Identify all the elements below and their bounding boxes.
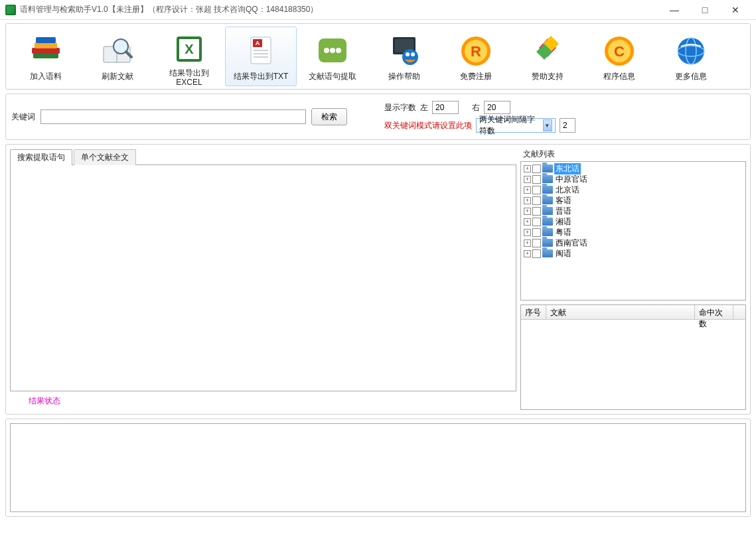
tree-item[interactable]: +粤语 xyxy=(522,227,744,237)
svg-rect-2 xyxy=(35,42,57,48)
results-column: 搜索提取语句 单个文献全文 结果状态 xyxy=(10,149,516,410)
tool-label: 免费注册 xyxy=(460,72,492,81)
globe-icon xyxy=(673,33,710,69)
svg-point-18 xyxy=(324,48,329,53)
checkbox[interactable] xyxy=(532,165,541,173)
tree-item[interactable]: +北京话 xyxy=(522,184,744,195)
window-controls: — □ ✕ xyxy=(659,0,751,20)
hits-grid[interactable]: 序号 文献 命中次数 xyxy=(520,304,746,410)
checkbox[interactable] xyxy=(532,196,541,205)
expand-icon[interactable]: + xyxy=(524,186,531,194)
extract-sentences-button[interactable]: 文献语句提取 xyxy=(297,27,368,86)
chat-icon xyxy=(315,33,351,69)
checkbox[interactable] xyxy=(532,175,541,184)
keyword-input[interactable] xyxy=(40,109,306,124)
folder-icon xyxy=(542,218,553,226)
checkbox[interactable] xyxy=(532,239,541,247)
svg-point-25 xyxy=(411,52,415,56)
expand-icon[interactable]: + xyxy=(524,229,531,236)
help-button[interactable]: 操作帮助 xyxy=(368,27,440,86)
app-icon xyxy=(5,5,16,15)
tree-label-text: 西南官话 xyxy=(554,237,589,249)
expand-icon[interactable]: + xyxy=(524,218,531,226)
export-txt-button[interactable]: A 结果导出到TXT xyxy=(225,27,297,86)
checkbox[interactable] xyxy=(532,249,541,258)
expand-icon[interactable]: + xyxy=(524,176,531,183)
tree-item[interactable]: +客语 xyxy=(522,195,744,206)
search-button[interactable]: 检索 xyxy=(311,108,347,125)
window-title: 语料管理与检索助手V1.0【未注册】（程序设计：张超 技术咨询QQ：148418… xyxy=(20,4,659,15)
tree-label-text: 北京话 xyxy=(554,184,581,196)
result-tabs: 搜索提取语句 单个文献全文 xyxy=(10,149,516,165)
tab-search-extract[interactable]: 搜索提取语句 xyxy=(10,149,72,165)
expand-icon[interactable]: + xyxy=(524,165,531,172)
program-info-button[interactable]: C 程序信息 xyxy=(583,27,655,86)
export-excel-button[interactable]: X 结果导出到 EXCEL xyxy=(153,27,225,86)
expand-icon[interactable]: + xyxy=(524,239,531,247)
svg-rect-0 xyxy=(33,53,58,58)
more-info-button[interactable]: 更多信息 xyxy=(655,27,727,86)
donate-icon xyxy=(530,33,566,69)
folder-icon xyxy=(542,228,553,236)
close-button[interactable]: ✕ xyxy=(720,0,751,20)
help-icon xyxy=(386,33,423,69)
tree-item[interactable]: +晋语 xyxy=(522,206,744,216)
gap-value-input[interactable] xyxy=(560,118,575,133)
minimize-button[interactable]: — xyxy=(659,0,690,20)
status-row: 结果状态 xyxy=(10,391,516,410)
maximize-button[interactable]: □ xyxy=(690,0,720,20)
dual-keyword-hint: 双关键词模式请设置此项 xyxy=(384,120,472,131)
checkbox[interactable] xyxy=(532,186,541,194)
gap-mode-combo[interactable]: 两关键词间隔字符数 ▾ xyxy=(476,118,556,133)
tree-label-text: 晋语 xyxy=(554,206,573,217)
left-chars-input[interactable] xyxy=(432,101,459,114)
col-spacer xyxy=(733,305,745,319)
display-chars-label: 显示字数 xyxy=(384,102,416,113)
toolbar: 加入语料 刷新文献 X 结果导出到 EXCEL A 结果导出到TXT 文献语句提… xyxy=(10,27,746,86)
expand-icon[interactable]: + xyxy=(524,208,531,215)
checkbox[interactable] xyxy=(532,228,541,237)
bottom-textarea[interactable] xyxy=(10,423,746,512)
chevron-down-icon: ▾ xyxy=(543,119,552,131)
results-area[interactable] xyxy=(10,165,516,391)
register-button[interactable]: R 免费注册 xyxy=(440,27,512,86)
col-hits[interactable]: 命中次数 xyxy=(695,305,733,319)
svg-point-32 xyxy=(678,38,704,64)
tree-title: 文献列表 xyxy=(523,149,746,160)
excel-icon: X xyxy=(171,33,208,66)
svg-point-19 xyxy=(330,48,335,53)
add-corpus-button[interactable]: 加入语料 xyxy=(10,27,82,86)
tree-item[interactable]: +中原官话 xyxy=(522,174,744,184)
expand-icon[interactable]: + xyxy=(524,197,531,204)
col-document[interactable]: 文献 xyxy=(546,305,695,319)
folder-icon xyxy=(542,165,553,172)
checkbox[interactable] xyxy=(532,207,541,216)
tree-item[interactable]: +湘语 xyxy=(522,216,744,227)
document-tree[interactable]: +东北话 +中原官话 +北京话 +客语 +晋语 +湘语 +粤语 +西南官话 +闽… xyxy=(520,161,746,301)
refresh-docs-button[interactable]: 刷新文献 xyxy=(82,27,153,86)
tool-label: 结果导出到 EXCEL xyxy=(169,68,209,88)
tree-item[interactable]: +东北话 xyxy=(522,163,744,174)
col-index[interactable]: 序号 xyxy=(521,305,546,319)
search-panel: 关键词 检索 显示字数 左 右 双关键词模式请设置此项 两关键词间隔字符数 ▾ xyxy=(5,94,751,140)
donate-button[interactable]: 赞助支持 xyxy=(512,27,583,86)
search-options: 显示字数 左 右 双关键词模式请设置此项 两关键词间隔字符数 ▾ xyxy=(384,101,575,133)
left-label: 左 xyxy=(420,102,428,113)
folder-icon xyxy=(542,175,553,183)
folder-icon xyxy=(542,207,553,215)
main-panel: 搜索提取语句 单个文献全文 结果状态 文献列表 +东北话 +中原官话 +北京话 … xyxy=(5,144,751,415)
tab-single-doc[interactable]: 单个文献全文 xyxy=(74,149,136,165)
svg-point-23 xyxy=(402,49,418,65)
right-chars-input[interactable] xyxy=(484,101,510,114)
checkbox[interactable] xyxy=(532,218,541,226)
tree-label-text: 湘语 xyxy=(554,216,573,228)
tree-item[interactable]: +闽语 xyxy=(522,248,744,259)
folder-icon xyxy=(542,186,553,194)
txt-icon: A xyxy=(243,33,279,69)
tool-label: 程序信息 xyxy=(603,72,635,81)
copyright-c-icon: C xyxy=(601,33,638,69)
expand-icon[interactable]: + xyxy=(524,250,531,257)
tree-item[interactable]: +西南官话 xyxy=(522,237,744,248)
tree-label-text: 东北话 xyxy=(554,163,581,174)
combo-text: 两关键词间隔字符数 xyxy=(479,114,543,137)
